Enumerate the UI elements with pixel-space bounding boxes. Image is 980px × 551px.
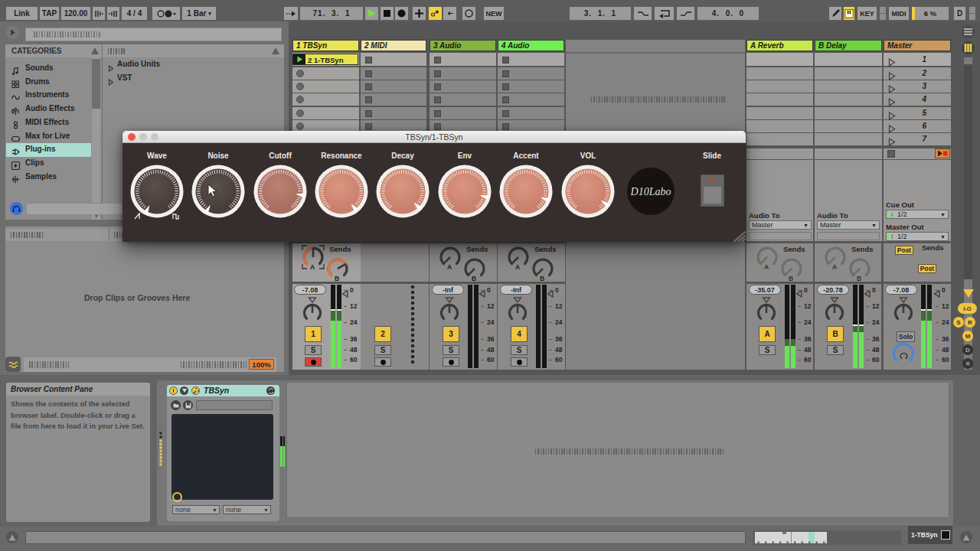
svg-text:D10Labo: D10Labo (630, 186, 671, 197)
